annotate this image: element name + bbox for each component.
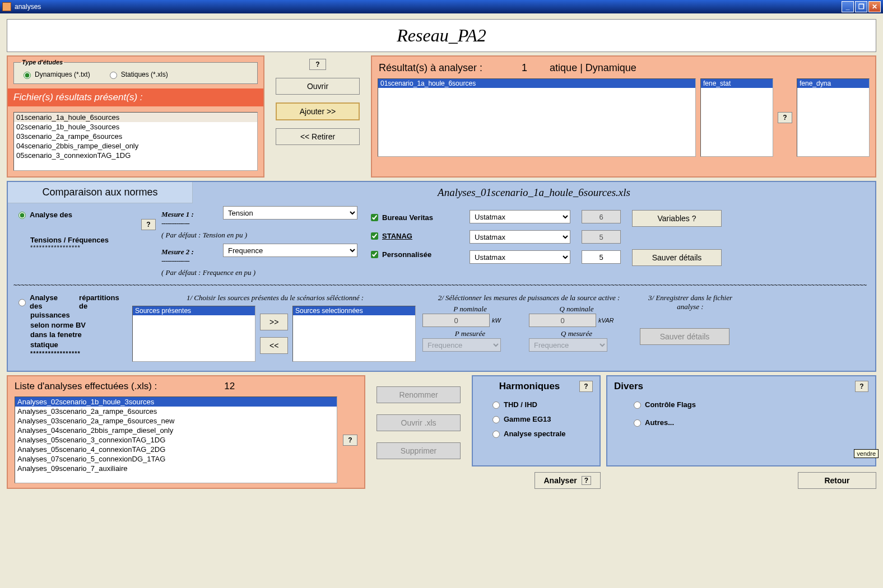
radio-eg13[interactable]: Gamme EG13: [490, 414, 591, 423]
val-stanag: [582, 230, 621, 244]
results-dyna-list[interactable]: fene_dyna: [797, 78, 870, 157]
done-list[interactable]: Analyses_02scenario_1b_houle_3sources An…: [15, 396, 337, 483]
radio-analyse-tf[interactable]: Analyse des: [16, 210, 156, 219]
list-item[interactable]: Analyses_04scenario_2bbis_rampe_diesel_o…: [15, 426, 337, 435]
sources-present-list[interactable]: Sources présentes: [132, 306, 255, 362]
harmonics-title: Harmoniques: [480, 381, 579, 392]
open-xls-button[interactable]: Ouvrir .xls: [377, 414, 461, 431]
help-tf-button[interactable]: ?: [141, 219, 156, 230]
delete-button[interactable]: Supprimer: [377, 442, 461, 459]
divers-help-button[interactable]: ?: [855, 381, 868, 392]
p-mes-select: Frequence: [422, 338, 501, 352]
add-button[interactable]: Ajouter >>: [276, 102, 360, 120]
q-mes-select: Frequence: [529, 338, 607, 352]
tab-comparison[interactable]: Comparaison aux normes: [8, 182, 193, 203]
mesure2-default: ( Par défaut : Frequence en pu ): [161, 268, 363, 277]
check-bv[interactable]: Bureau Veritas: [369, 212, 464, 223]
stat-stanag-select[interactable]: Ustatmax: [470, 230, 570, 244]
files-present-list[interactable]: 01scenario_1a_houle_6sources 02scenario_…: [13, 112, 258, 171]
check-stanag[interactable]: STANAG: [369, 231, 464, 241]
move-right-button[interactable]: >>: [260, 314, 288, 330]
study-type-group: Type d'études Dynamiques (*.txt) Statiqu…: [13, 59, 258, 84]
step1-label: 1/ Choisir les sources présentes du le s…: [132, 293, 418, 302]
val-bv: [582, 210, 621, 223]
list-item[interactable]: Analyses_09scenario_7_auxiliaire: [15, 464, 337, 473]
harmonics-help-button[interactable]: ?: [579, 381, 593, 392]
check-perso[interactable]: Personnalisée: [369, 249, 464, 260]
radio-dynamic[interactable]: Dynamiques (*.txt): [21, 70, 90, 79]
radio-autres[interactable]: Autres...: [631, 418, 866, 427]
done-help-button[interactable]: ?: [343, 435, 357, 446]
app-icon: [2, 2, 11, 11]
radio-spectral[interactable]: Analyse spectrale: [490, 429, 591, 438]
remove-button[interactable]: << Retirer: [276, 128, 360, 145]
tf-label: Tensions / Fréquences: [16, 230, 156, 244]
window-titlebar: analyses _ ❐ ✕: [0, 0, 883, 13]
stat-perso-select[interactable]: Ustatmax: [470, 250, 570, 264]
results-stat-list[interactable]: fene_stat: [700, 78, 773, 157]
list-item[interactable]: Analyses_03scenario_2a_rampe_6sources: [15, 407, 337, 416]
step3-label: 3/ Enregistrer dans le fichier analyse :: [640, 293, 741, 311]
results-label: Résultat(s) à analyser :: [379, 62, 482, 74]
sources-selected-list[interactable]: Sources selectionnées: [292, 306, 416, 362]
mesure1-select[interactable]: Tension: [223, 206, 357, 220]
list-item[interactable]: Analyses_07scenario_5_connexionDG_1TAG: [15, 454, 337, 464]
analyser-help-icon: ?: [582, 476, 591, 485]
maximize-button[interactable]: ❐: [855, 1, 867, 12]
rename-button[interactable]: Renommer: [377, 386, 461, 403]
results-count: 1: [522, 62, 527, 74]
radio-analyse-power[interactable]: Analyse des: [16, 293, 70, 310]
list-item[interactable]: 01scenario_1a_houle_6sources: [378, 79, 695, 88]
window-title: analyses: [15, 3, 41, 11]
list-item[interactable]: 03scenario_2a_rampe_6sources: [14, 132, 257, 141]
list-item[interactable]: 01scenario_1a_houle_6sources: [14, 113, 257, 122]
save-details-button[interactable]: Sauver détails: [632, 249, 722, 266]
variables-button[interactable]: Variables ?: [632, 210, 722, 227]
divers-title: Divers: [614, 381, 855, 392]
tooltip: vendre: [854, 449, 879, 458]
move-left-button[interactable]: <<: [260, 337, 288, 354]
radio-thd[interactable]: THD / IHD: [490, 400, 591, 409]
list-item[interactable]: 02scenario_1b_houle_3sources: [14, 122, 257, 132]
q-nom-input: [529, 314, 596, 327]
retour-button[interactable]: Retour: [798, 472, 876, 489]
list-item[interactable]: Analyses_05scenario_4_connexionTAG_2DG: [15, 445, 337, 454]
page-title: Reseau_PA2: [7, 19, 876, 52]
list-item[interactable]: fene_dyna: [797, 79, 869, 88]
list-item[interactable]: 05scenario_3_connexionTAG_1DG: [14, 151, 257, 160]
results-help-button[interactable]: ?: [778, 112, 792, 123]
done-title: Liste d'analyses effectuées (.xls) :: [15, 381, 157, 392]
minimize-button[interactable]: _: [842, 1, 854, 12]
stat-bv-select[interactable]: Ustatmax: [470, 210, 570, 223]
divider: ~~~~~~~~~~~~~~~~~~~~~~~~~~~~~~~~~~~~~~~~…: [13, 282, 870, 289]
close-button[interactable]: ✕: [868, 1, 881, 12]
results-main-list[interactable]: 01scenario_1a_houle_6sources: [378, 78, 696, 157]
radio-static[interactable]: Statiques (*.xls): [107, 70, 168, 79]
open-button[interactable]: Ouvrir: [276, 78, 360, 95]
help-button[interactable]: ?: [309, 59, 326, 70]
list-header: Sources selectionnées: [293, 306, 415, 315]
study-type-legend: Type d'études: [21, 59, 64, 66]
files-present-header: Fichier(s) résultats présent(s) :: [8, 88, 263, 106]
mesure2-select[interactable]: Frequence: [223, 244, 357, 257]
list-item[interactable]: fene_stat: [701, 79, 773, 88]
list-header: Sources présentes: [133, 306, 255, 315]
mesure1-default: ( Par défaut : Tension en pu ): [161, 231, 363, 240]
radio-flags[interactable]: Contrôle Flags: [631, 400, 866, 409]
done-count: 12: [224, 381, 235, 392]
save-details-power-button[interactable]: Sauver détails: [640, 328, 729, 345]
results-tabs: atique | Dynamique: [550, 62, 636, 74]
list-item[interactable]: 04scenario_2bbis_rampe_diesel_only: [14, 141, 257, 151]
p-nom-input: [422, 314, 490, 327]
step2-label: 2/ Séléctionner les mesures de puissance…: [422, 293, 635, 302]
analysis-subtitle: Analyses_01scenario_1a_houle_6sources.xl…: [193, 182, 875, 203]
val-perso[interactable]: [582, 250, 621, 264]
analyser-button[interactable]: Analyser ?: [535, 472, 601, 489]
list-item[interactable]: Analyses_02scenario_1b_houle_3sources: [15, 397, 337, 407]
list-item[interactable]: Analyses_05scenario_3_connexionTAG_1DG: [15, 435, 337, 445]
list-item[interactable]: Analyses_03scenario_2a_rampe_6sources_ne…: [15, 416, 337, 426]
